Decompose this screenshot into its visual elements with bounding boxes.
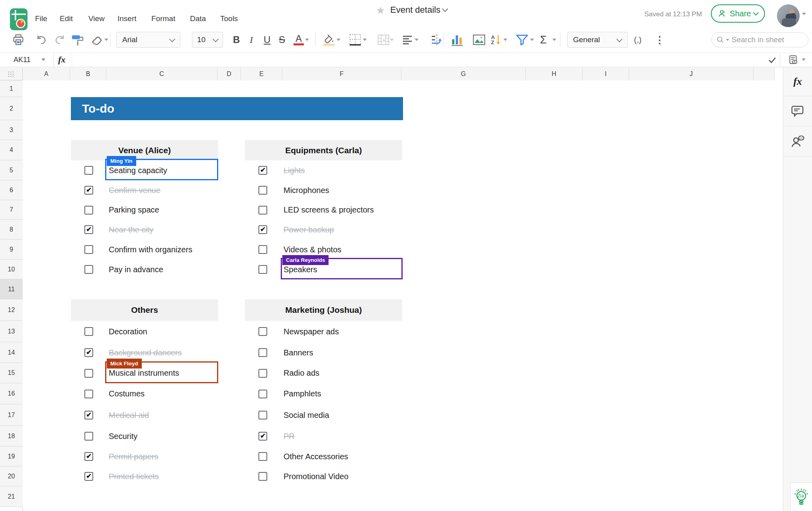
sheet-view-caret-icon[interactable] xyxy=(802,59,806,61)
checkbox-venue-1[interactable]: ✔ xyxy=(84,186,93,195)
checkbox-marketing-1[interactable] xyxy=(258,348,267,357)
item-label-others-3[interactable]: Costumes xyxy=(109,383,145,404)
item-label-others-4[interactable]: Medical aid xyxy=(109,404,149,426)
checkbox-others-4[interactable]: ✔ xyxy=(84,411,93,419)
menu-view[interactable]: View xyxy=(88,14,105,23)
fx-icon[interactable]: fx xyxy=(58,55,65,65)
menu-insert[interactable]: Insert xyxy=(117,14,137,23)
checkbox-others-7[interactable]: ✔ xyxy=(84,472,93,481)
item-label-marketing-7[interactable]: Promotional Video xyxy=(284,466,348,486)
undo-button[interactable] xyxy=(35,33,48,47)
sort-caret-icon[interactable] xyxy=(503,39,507,41)
paint-format-button[interactable] xyxy=(71,33,84,47)
item-label-others-2[interactable]: Musical instruments xyxy=(109,363,179,383)
sum-button[interactable]: Σ xyxy=(540,33,547,47)
name-box[interactable]: AK11 xyxy=(14,56,31,64)
sidebar-comments-tab[interactable] xyxy=(783,96,812,126)
item-label-marketing-4[interactable]: Social media xyxy=(284,404,329,426)
avatar[interactable] xyxy=(777,4,800,27)
item-label-equipments-2[interactable]: LED screens & projectors xyxy=(284,200,374,220)
item-label-marketing-3[interactable]: Pamphlets xyxy=(284,383,321,404)
text-color-button[interactable]: A xyxy=(293,33,304,47)
item-label-marketing-0[interactable]: Newspaper ads xyxy=(284,321,339,342)
checkbox-venue-0[interactable] xyxy=(84,166,93,175)
checkbox-equipments-1[interactable] xyxy=(258,186,267,195)
checkbox-others-5[interactable] xyxy=(84,432,93,441)
menu-file[interactable]: File xyxy=(35,14,47,23)
item-label-others-5[interactable]: Security xyxy=(109,426,137,447)
item-label-others-6[interactable]: Permit papers xyxy=(109,447,158,466)
avatar-caret-icon[interactable] xyxy=(802,13,806,15)
checkbox-marketing-4[interactable] xyxy=(258,411,267,419)
item-label-venue-2[interactable]: Parking space xyxy=(109,200,159,220)
sidebar-formula-tab[interactable]: fx xyxy=(783,67,812,96)
menu-edit[interactable]: Edit xyxy=(60,14,73,23)
strikethrough-button[interactable]: S xyxy=(279,33,285,47)
doc-title-chevron-icon[interactable] xyxy=(442,6,448,12)
zia-assistant-button[interactable]: Zia xyxy=(790,482,812,511)
checkbox-equipments-0[interactable]: ✔ xyxy=(258,166,267,175)
eraser-button[interactable] xyxy=(90,33,104,47)
merge-cells-caret-icon[interactable] xyxy=(390,39,394,41)
doc-title[interactable]: Event details xyxy=(390,5,440,15)
underline-button[interactable]: U xyxy=(264,33,270,47)
checkbox-venue-4[interactable] xyxy=(84,245,93,254)
redo-button[interactable] xyxy=(53,33,66,47)
item-label-venue-4[interactable]: Confirm with organizers xyxy=(109,240,192,259)
item-label-others-7[interactable]: Printed tickets xyxy=(109,466,159,486)
comma-format-button[interactable]: (,) xyxy=(634,33,642,47)
print-button[interactable] xyxy=(12,33,25,47)
item-label-venue-1[interactable]: Confirm venue xyxy=(109,180,160,200)
favorite-star-icon[interactable]: ★ xyxy=(376,4,385,17)
checkbox-others-1[interactable]: ✔ xyxy=(84,348,93,357)
sum-caret-icon[interactable] xyxy=(552,39,556,41)
checkbox-others-2[interactable] xyxy=(84,369,93,378)
italic-button[interactable]: I xyxy=(250,33,253,47)
checkbox-venue-3[interactable]: ✔ xyxy=(84,225,93,234)
checkbox-marketing-5[interactable]: ✔ xyxy=(258,432,267,441)
item-label-venue-3[interactable]: Near the city xyxy=(109,220,153,240)
item-label-marketing-5[interactable]: PR xyxy=(284,426,295,447)
checkbox-equipments-3[interactable]: ✔ xyxy=(258,225,267,234)
menu-format[interactable]: Format xyxy=(151,14,175,23)
insert-image-button[interactable] xyxy=(472,33,486,47)
sort-button[interactable]: AZ xyxy=(491,33,501,47)
more-options-button[interactable]: ⋮ xyxy=(655,33,665,47)
item-label-equipments-3[interactable]: Power backup xyxy=(284,220,334,240)
insert-chart-button[interactable] xyxy=(450,33,464,47)
item-label-venue-0[interactable]: Seating capacity xyxy=(109,160,167,180)
font-size-select[interactable]: 10 xyxy=(192,32,223,48)
bold-button[interactable]: B xyxy=(233,33,240,47)
formula-confirm-icon[interactable] xyxy=(768,56,777,64)
sheet-view-icon[interactable] xyxy=(788,55,799,65)
item-label-venue-5[interactable]: Pay in advance xyxy=(109,259,163,279)
checkbox-marketing-0[interactable] xyxy=(258,327,267,336)
filter-caret-icon[interactable] xyxy=(530,39,534,41)
borders-button[interactable] xyxy=(349,33,362,47)
item-label-equipments-0[interactable]: Lights xyxy=(284,160,305,180)
share-button[interactable]: Share xyxy=(711,4,765,23)
fill-color-caret-icon[interactable] xyxy=(337,39,340,41)
number-format-select[interactable]: General xyxy=(567,32,628,48)
search-box[interactable]: Search in sheet xyxy=(711,32,808,47)
menu-data[interactable]: Data xyxy=(190,14,206,23)
item-label-equipments-5[interactable]: Speakers xyxy=(284,259,317,279)
item-label-marketing-6[interactable]: Other Accessories xyxy=(284,447,348,466)
font-family-select[interactable]: Arial xyxy=(116,32,180,48)
checkbox-marketing-3[interactable] xyxy=(258,390,267,398)
align-caret-icon[interactable] xyxy=(415,39,419,41)
menu-tools[interactable]: Tools xyxy=(220,14,238,23)
checkbox-equipments-2[interactable] xyxy=(258,206,267,215)
merge-cells-button[interactable]: a xyxy=(377,33,390,47)
align-button[interactable] xyxy=(401,33,413,47)
checkbox-others-0[interactable] xyxy=(84,327,93,336)
eraser-caret-icon[interactable] xyxy=(104,39,108,41)
filter-button[interactable] xyxy=(515,33,529,47)
checkbox-venue-5[interactable] xyxy=(84,265,93,274)
item-label-others-0[interactable]: Decoration xyxy=(109,321,147,342)
item-label-equipments-1[interactable]: Microphones xyxy=(284,180,329,200)
checkbox-marketing-6[interactable] xyxy=(258,452,267,461)
formula-input[interactable] xyxy=(72,53,765,67)
checkbox-venue-2[interactable] xyxy=(84,206,93,215)
item-label-marketing-1[interactable]: Banners xyxy=(284,342,313,363)
